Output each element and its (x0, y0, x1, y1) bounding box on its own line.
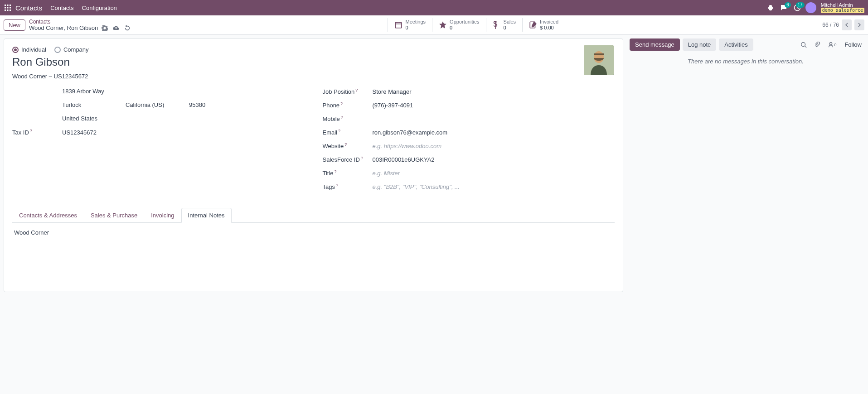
title-value[interactable]: e.g. Mister (373, 170, 615, 177)
radio-individual[interactable]: Individual (12, 46, 46, 53)
svg-rect-5 (10, 7, 11, 9)
bug-icon[interactable] (767, 5, 774, 11)
breadcrumb-current: Wood Corner, Ron Gibson (29, 25, 98, 31)
tab-invoicing[interactable]: Invoicing (144, 208, 181, 223)
db-name: demo_salesforce (821, 8, 864, 13)
tax-id-value[interactable]: US12345672 (62, 129, 305, 136)
edit-icon (529, 21, 537, 29)
svg-rect-10 (396, 22, 402, 28)
cloud-upload-icon[interactable] (112, 25, 120, 31)
form-sheet: Individual Company Ron Gibson Wood Corne… (4, 38, 623, 292)
address-zip[interactable]: 95380 (189, 101, 234, 108)
svg-point-16 (830, 42, 832, 44)
menu-configuration[interactable]: Configuration (82, 5, 117, 11)
chat-badge: 6 (785, 2, 791, 8)
pager-next[interactable] (854, 19, 864, 30)
svg-rect-3 (5, 7, 6, 9)
top-nav: Contacts Contacts Configuration 6 17 Mit… (0, 0, 868, 15)
breadcrumb-root[interactable]: Contacts (29, 19, 131, 25)
search-icon[interactable] (800, 42, 807, 48)
svg-rect-2 (10, 5, 11, 6)
attachment-icon[interactable] (814, 42, 820, 48)
svg-rect-14 (594, 53, 604, 55)
contact-type-radio: Individual Company (12, 46, 615, 53)
mobile-label: Mobile? (323, 115, 373, 122)
log-note-button[interactable]: Log note (683, 38, 717, 51)
activity-badge: 17 (796, 2, 805, 8)
tab-contacts-addresses[interactable]: Contacts & Addresses (12, 208, 84, 223)
job-position-value[interactable]: Store Manager (373, 88, 615, 95)
send-message-button[interactable]: Send message (630, 38, 680, 51)
menu-contacts[interactable]: Contacts (50, 5, 73, 11)
address-state[interactable]: California (US) (126, 101, 171, 108)
stat-sales[interactable]: Sales0 (486, 18, 523, 32)
website-label: Website? (323, 142, 373, 149)
website-value[interactable]: e.g. https://www.odoo.com (373, 143, 615, 149)
breadcrumb: Contacts Wood Corner, Ron Gibson (29, 19, 131, 31)
follow-button[interactable]: Follow (844, 41, 862, 48)
internal-notes-content[interactable]: Wood Corner (12, 223, 615, 242)
stat-meetings[interactable]: Meetings0 (388, 18, 432, 32)
email-label: Email? (323, 129, 373, 136)
tags-value[interactable]: e.g. "B2B", "VIP", "Consulting", ... (373, 183, 615, 190)
svg-point-15 (801, 42, 805, 46)
address-city[interactable]: Turlock (62, 101, 107, 108)
svg-rect-4 (7, 7, 9, 9)
form-left-col: 1839 Arbor Way Turlock California (US) 9… (12, 88, 305, 197)
tab-internal-notes[interactable]: Internal Notes (181, 208, 232, 223)
svg-rect-8 (10, 10, 11, 11)
activity-icon[interactable]: 17 (794, 4, 801, 11)
title-label: Title? (323, 169, 373, 177)
control-bar: New Contacts Wood Corner, Ron Gibson Mee… (0, 15, 868, 35)
new-button[interactable]: New (4, 19, 25, 31)
contact-name[interactable]: Ron Gibson (12, 56, 615, 68)
stat-opportunities[interactable]: Opportunities0 (432, 18, 485, 32)
phone-value[interactable]: (976)-397-4091 (373, 102, 615, 109)
svg-rect-1 (7, 5, 9, 6)
empty-conversation: There are no messages in this conversati… (630, 58, 862, 65)
user-avatar[interactable] (805, 2, 816, 13)
app-brand[interactable]: Contacts (15, 4, 42, 12)
tab-sales-purchase[interactable]: Sales & Purchase (84, 208, 144, 223)
chatter-panel: Send message Log note Activities 0 Follo… (623, 35, 868, 296)
followers-icon[interactable]: 0 (828, 42, 836, 48)
phone-label: Phone? (323, 101, 373, 109)
radio-company[interactable]: Company (54, 46, 89, 53)
pager-prev[interactable] (842, 19, 852, 30)
dollar-icon (493, 21, 501, 29)
tax-id-label: Tax ID? (12, 129, 62, 136)
form-right-col: Job Position? Store Manager Phone? (976)… (323, 88, 615, 197)
stat-invoiced[interactable]: Invoiced$ 0.00 (522, 18, 565, 32)
address-street[interactable]: 1839 Arbor Way (62, 88, 305, 95)
chat-icon[interactable]: 6 (780, 4, 787, 11)
address-country[interactable]: United States (62, 115, 305, 122)
form-tabs: Contacts & Addresses Sales & Purchase In… (12, 207, 615, 223)
user-menu[interactable]: Mitchell Admin demo_salesforce (821, 2, 864, 13)
salesforce-id-value[interactable]: 003IR00001e6UGKYA2 (373, 156, 615, 163)
apps-icon[interactable] (4, 4, 12, 12)
svg-rect-0 (5, 5, 6, 6)
salesforce-id-label: SalesForce ID? (323, 156, 373, 163)
company-line[interactable]: Wood Corner – US12345672 (12, 73, 615, 80)
star-icon (439, 21, 447, 29)
svg-point-13 (594, 51, 604, 63)
email-value[interactable]: ron.gibson76@example.com (373, 129, 615, 136)
stat-buttons: Meetings0 Opportunities0 Sales0 Invoiced… (388, 18, 565, 32)
tags-label: Tags? (323, 183, 373, 190)
pager: 66 / 76 (822, 19, 864, 30)
job-position-label: Job Position? (323, 88, 373, 95)
svg-rect-6 (5, 10, 6, 11)
calendar-icon (394, 21, 402, 29)
activities-button[interactable]: Activities (719, 38, 753, 51)
gear-icon[interactable] (102, 25, 108, 31)
main-area: Individual Company Ron Gibson Wood Corne… (0, 35, 868, 296)
user-name: Mitchell Admin (821, 2, 853, 8)
contact-avatar[interactable] (584, 45, 614, 75)
svg-rect-7 (7, 10, 9, 11)
discard-icon[interactable] (124, 25, 131, 31)
